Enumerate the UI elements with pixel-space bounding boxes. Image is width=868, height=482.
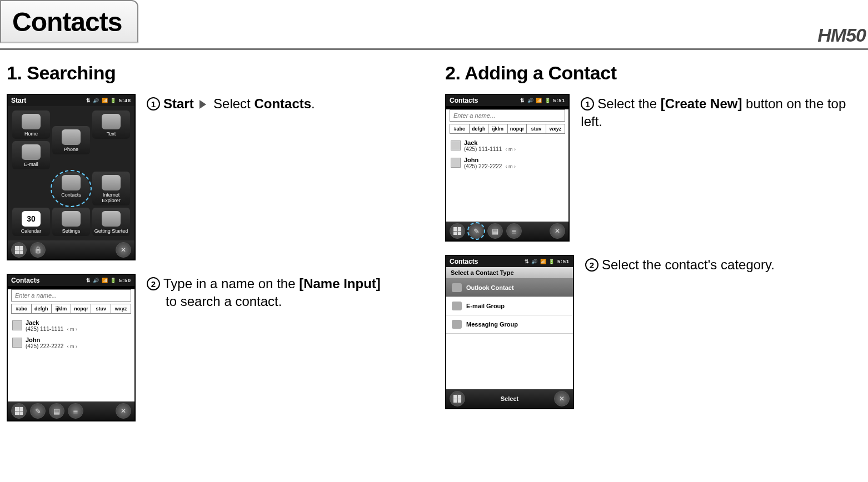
app-settings[interactable]: Settings — [52, 208, 90, 236]
new-icon — [473, 227, 480, 235]
windows-icon — [453, 227, 461, 235]
app-calendar[interactable]: 30Calendar — [12, 208, 50, 236]
window-title: Start — [11, 97, 26, 104]
create-new-button[interactable] — [468, 223, 484, 239]
contact-row[interactable]: John (425) 222-2222‹ m › — [446, 154, 568, 172]
app-ie[interactable]: Internet Explorer — [92, 172, 130, 205]
screenshot-contacts-create: Contacts ⇅ 🔊 📶 🔋 5:51 #abc defgh ijklm n… — [445, 94, 570, 242]
name-input[interactable] — [11, 289, 131, 302]
close-button[interactable] — [116, 242, 131, 258]
app-getting-started[interactable]: Getting Started — [92, 208, 130, 236]
close-icon — [555, 227, 560, 235]
alpha-filter[interactable]: #abc defgh ijklm nopqr stuv wxyz — [11, 304, 131, 314]
col-adding: 2. Adding a Contact Contacts ⇅ 🔊 📶 🔋 5:5… — [445, 62, 861, 435]
step-text: 2Type in a name on the [Name Input] to s… — [147, 274, 381, 421]
email-group-icon — [452, 302, 462, 310]
arrow-icon — [199, 100, 206, 109]
app-phone[interactable]: Phone — [52, 126, 90, 154]
clock: 5:50 — [119, 278, 131, 283]
close-button[interactable] — [554, 391, 570, 406]
alpha-filter[interactable]: #abc defgh ijklm nopqr stuv wxyz — [450, 124, 565, 134]
header-bar: Contacts HM50 — [0, 0, 868, 50]
screenshot-contacts-search: Contacts ⇅ 🔊 📶 🔋 5:50 #abc defgh ijklm n… — [7, 274, 136, 421]
type-messaging-group[interactable]: Messaging Group — [446, 315, 573, 334]
close-button[interactable] — [116, 403, 131, 419]
close-button[interactable] — [550, 223, 565, 239]
avatar-icon — [12, 338, 22, 348]
close-icon — [559, 395, 565, 403]
list-icon — [492, 227, 498, 235]
new-icon — [35, 407, 41, 415]
view-button[interactable] — [49, 403, 64, 419]
app-contacts[interactable]: Contacts — [52, 172, 90, 205]
close-icon — [121, 407, 126, 415]
start-button[interactable] — [11, 403, 27, 419]
clock: 5:51 — [557, 259, 570, 264]
windows-icon — [15, 246, 23, 254]
start-button[interactable] — [11, 242, 27, 258]
type-email-group[interactable]: E-mail Group — [446, 297, 573, 315]
step-text: 1Select the [Create New] button on the t… — [581, 94, 861, 242]
contact-type-header: Select a Contact Type — [446, 267, 573, 279]
screenshot-contact-type: Contacts ⇅ 🔊 📶 🔋 5:51 Select a Contact T… — [445, 255, 574, 409]
avatar-icon — [12, 320, 22, 330]
step-number: 1 — [581, 97, 594, 111]
close-icon — [121, 246, 126, 254]
messaging-group-icon — [452, 320, 462, 329]
menu-icon — [512, 227, 517, 236]
list-icon — [53, 407, 60, 415]
device-model: HM50 — [817, 24, 866, 46]
start-button[interactable] — [450, 223, 465, 239]
windows-icon — [453, 395, 461, 403]
step-number: 1 — [147, 97, 160, 111]
outlook-icon — [452, 283, 462, 292]
start-button[interactable] — [450, 391, 465, 406]
window-title: Contacts — [11, 277, 39, 284]
clock: 5:48 — [119, 98, 131, 103]
section-title-adding: 2. Adding a Contact — [445, 62, 861, 84]
status-icons: ⇅ 🔊 📶 🔋 — [525, 259, 556, 264]
menu-icon — [73, 406, 78, 416]
step-text: 2Select the contact's category. — [585, 255, 775, 409]
avatar-icon — [451, 140, 461, 150]
step-number: 2 — [585, 258, 598, 272]
window-title: Contacts — [450, 258, 478, 265]
status-icons: ⇅ 🔊 📶 🔋 — [520, 98, 551, 103]
avatar-icon — [451, 158, 461, 168]
name-input[interactable] — [450, 109, 565, 122]
windows-icon — [15, 407, 23, 415]
menu-button[interactable] — [68, 403, 83, 419]
col-searching: 1. Searching Start ⇅ 🔊 📶 🔋 5:48 Home Tex… — [7, 62, 423, 435]
section-title-searching: 1. Searching — [7, 62, 423, 84]
window-title: Contacts — [450, 97, 478, 104]
menu-button[interactable] — [506, 223, 522, 239]
app-email[interactable]: E-mail — [12, 141, 50, 169]
status-icons: ⇅ 🔊 📶 🔋 — [86, 98, 117, 103]
section-tab: Contacts — [0, 0, 138, 43]
step-text: 1Start Select Contacts. — [147, 94, 315, 260]
contact-row[interactable]: John (425) 222-2222‹ m › — [8, 334, 134, 352]
contact-row[interactable]: Jack (425) 111-1111‹ m › — [8, 317, 134, 334]
screenshot-start-menu: Start ⇅ 🔊 📶 🔋 5:48 Home Text Phone E-mai… — [7, 94, 136, 260]
lock-button[interactable] — [30, 242, 46, 258]
select-label[interactable]: Select — [468, 395, 551, 402]
app-text[interactable]: Text — [92, 111, 130, 139]
step-number: 2 — [147, 277, 160, 290]
status-icons: ⇅ 🔊 📶 🔋 — [86, 278, 117, 283]
contact-row[interactable]: Jack (425) 111-1111‹ m › — [446, 137, 568, 154]
lock-icon — [34, 246, 42, 254]
create-new-button[interactable] — [30, 403, 46, 419]
app-home[interactable]: Home — [12, 111, 50, 139]
view-button[interactable] — [487, 223, 503, 239]
type-outlook[interactable]: Outlook Contact — [446, 279, 573, 297]
clock: 5:51 — [553, 98, 565, 103]
